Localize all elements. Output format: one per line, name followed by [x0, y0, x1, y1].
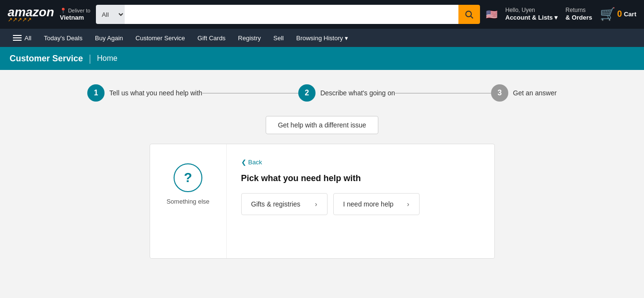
account-hello: Hello, Uyen — [505, 7, 558, 14]
need-more-help-button[interactable]: I need more help › — [333, 193, 420, 215]
header: amazon ↗↗↗↗↗ 📍 Deliver to Vietnam All 🇺🇸… — [0, 0, 644, 29]
need-more-help-chevron-icon: › — [407, 200, 410, 208]
navbar: All Today's Deals Buy Again Customer Ser… — [0, 29, 644, 47]
navbar-item-buy-again[interactable]: Buy Again — [90, 30, 129, 46]
returns-bottom: & Orders — [565, 14, 592, 22]
step-3-label: Get an answer — [513, 89, 557, 97]
breadcrumb-divider: | — [89, 53, 91, 64]
cart-label: Cart — [624, 11, 636, 18]
card-right: ❮ Back Pick what you need help with Gift… — [227, 144, 494, 258]
hamburger-icon — [13, 35, 22, 41]
step-3: 3 Get an answer — [491, 84, 557, 102]
get-help-different-issue-button[interactable]: Get help with a different issue — [266, 116, 378, 134]
breadcrumb-home[interactable]: Home — [97, 54, 117, 63]
navbar-item-todays-deals[interactable]: Today's Deals — [38, 30, 88, 46]
search-bar: All — [96, 5, 480, 24]
navbar-item-customer-service[interactable]: Customer Service — [130, 30, 190, 46]
step-2: 2 Describe what's going on — [298, 84, 395, 102]
navbar-all-label: All — [24, 34, 31, 42]
search-icon — [464, 10, 474, 19]
navbar-item-gift-cards[interactable]: Gift Cards — [192, 30, 231, 46]
svg-point-0 — [466, 11, 472, 17]
option-buttons: Gifts & registries › I need more help › — [241, 193, 480, 215]
something-else-icon: ? — [174, 163, 202, 192]
cart-icon: 🛒 — [600, 7, 615, 22]
step-2-circle: 2 — [298, 84, 316, 102]
help-card: ? Something else ❮ Back Pick what you ne… — [150, 144, 495, 259]
deliver-country: Vietnam — [60, 14, 91, 21]
search-button[interactable] — [458, 5, 480, 24]
gifts-registries-button[interactable]: Gifts & registries › — [241, 193, 328, 215]
step-3-circle: 3 — [491, 84, 508, 102]
search-category-select[interactable]: All — [96, 5, 125, 24]
deliver-to[interactable]: 📍 Deliver to Vietnam — [60, 8, 91, 21]
flag-icon[interactable]: 🇺🇸 — [486, 9, 498, 20]
returns-section[interactable]: Returns & Orders — [565, 7, 592, 22]
main-content: 1 Tell us what you need help with 2 Desc… — [0, 70, 644, 298]
back-chevron-icon: ❮ — [241, 159, 246, 166]
get-help-wrapper: Get help with a different issue — [10, 116, 634, 134]
step-1: 1 Tell us what you need help with — [87, 84, 202, 102]
back-link[interactable]: ❮ Back — [241, 159, 480, 166]
step-1-circle: 1 — [87, 84, 105, 102]
header-right: 🇺🇸 Hello, Uyen Account & Lists ▾ Returns… — [486, 7, 636, 22]
cart-section[interactable]: 🛒 0 Cart — [600, 7, 636, 22]
card-title: Pick what you need help with — [241, 173, 480, 183]
svg-line-1 — [471, 16, 473, 19]
navbar-item-sell[interactable]: Sell — [268, 30, 289, 46]
something-else-label: Something else — [166, 198, 210, 205]
gifts-registries-chevron-icon: › — [315, 200, 317, 208]
amazon-logo[interactable]: amazon ↗↗↗↗↗ — [8, 6, 54, 23]
step-1-label: Tell us what you need help with — [109, 89, 202, 97]
need-more-help-label: I need more help — [343, 200, 394, 208]
breadcrumb-customer-service[interactable]: Customer Service — [10, 54, 83, 64]
account-section[interactable]: Hello, Uyen Account & Lists ▾ — [505, 7, 558, 22]
gifts-registries-label: Gifts & registries — [251, 200, 301, 208]
search-input[interactable] — [125, 5, 458, 24]
card-left: ? Something else — [150, 144, 227, 258]
progress-steps: 1 Tell us what you need help with 2 Desc… — [10, 84, 634, 102]
navbar-item-browsing-history[interactable]: Browsing History ▾ — [291, 30, 353, 46]
location-icon: 📍 Deliver to — [60, 8, 91, 14]
cart-count: 0 — [617, 9, 622, 19]
logo-smile: ↗↗↗↗↗ — [8, 16, 32, 23]
step-line-2 — [395, 93, 491, 93]
step-2-label: Describe what's going on — [320, 89, 395, 97]
returns-top: Returns — [565, 7, 592, 14]
navbar-all[interactable]: All — [8, 30, 36, 46]
navbar-item-registry[interactable]: Registry — [233, 30, 266, 46]
back-label: Back — [248, 159, 262, 166]
step-line-1 — [202, 93, 298, 93]
subheader: Customer Service | Home — [0, 47, 644, 70]
account-label: Account & Lists ▾ — [505, 14, 558, 22]
